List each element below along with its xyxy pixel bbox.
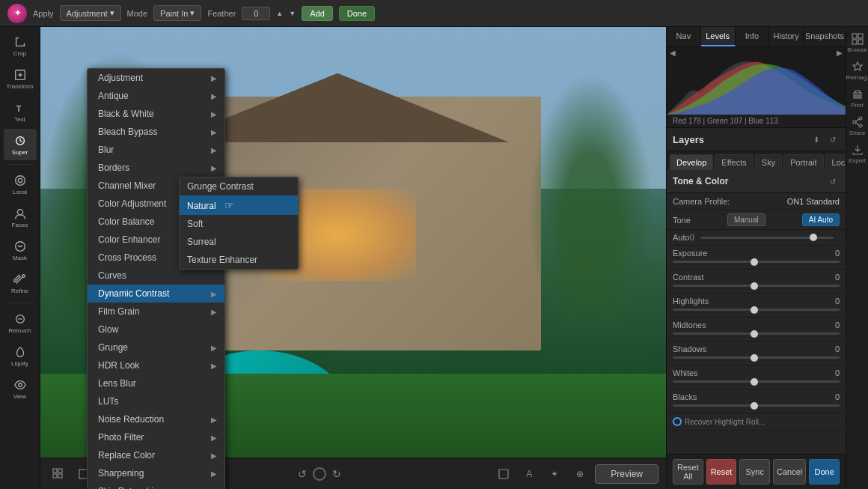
menu-item-lens-blur[interactable]: Lens Blur [88, 374, 224, 392]
bottom-mask-btn[interactable] [493, 464, 514, 485]
tool-text[interactable]: T Text [4, 96, 37, 127]
submenu-soft[interactable]: Soft [180, 215, 298, 233]
menu-item-film-grain[interactable]: Film Grain ▶ [88, 303, 224, 321]
menu-item-adjustment[interactable]: Adjustment ▶ [88, 69, 224, 87]
print-action-btn[interactable]: Print [848, 85, 867, 112]
shadows-slider[interactable] [673, 356, 840, 359]
tool-view[interactable]: View [4, 373, 37, 404]
histogram-left-arrow[interactable]: ◀ [670, 49, 676, 57]
tab-snapshots[interactable]: Snapshots [804, 27, 846, 46]
redo-icon[interactable]: ↻ [332, 468, 341, 480]
cancel-button[interactable]: Cancel [773, 459, 806, 485]
menu-item-grunge[interactable]: Grunge ▶ [88, 338, 224, 356]
reset-all-button[interactable]: Reset All [673, 459, 703, 485]
highlights-slider[interactable] [673, 309, 840, 311]
paint-in-dropdown[interactable]: Paint In ▾ [153, 5, 201, 21]
bottom-star-btn[interactable]: ✦ [544, 464, 565, 485]
tab-portrait[interactable]: Portrait [783, 154, 823, 170]
exposure-slider[interactable] [673, 261, 840, 263]
feather-stepper-up[interactable]: ▲ [276, 10, 283, 17]
auto-slider-thumb[interactable] [810, 234, 817, 241]
menu-item-blur[interactable]: Blur ▶ [88, 141, 224, 159]
tab-effects[interactable]: Effects [715, 154, 753, 170]
tab-nav[interactable]: Nav [667, 27, 701, 46]
chevron-down-icon: ▾ [110, 8, 114, 18]
tone-section-header[interactable]: Tone & Color ↺ [667, 170, 846, 193]
tab-local[interactable]: Local [825, 154, 846, 170]
whites-thumb[interactable] [751, 378, 758, 386]
tool-retouch[interactable]: Retouch [4, 307, 37, 338]
share-action-btn[interactable]: Share [848, 113, 867, 139]
tab-sky[interactable]: Sky [755, 154, 782, 170]
export-action-btn[interactable]: Export [848, 141, 867, 167]
menu-item-bleach-bypass[interactable]: Bleach Bypass ▶ [88, 123, 224, 141]
tool-crop[interactable]: Crop [4, 30, 37, 61]
menu-item-antique[interactable]: Antique ▶ [88, 87, 224, 105]
context-menu[interactable]: Adjustment ▶ Antique ▶ Black & White ▶ B… [87, 68, 225, 489]
midtones-thumb[interactable] [751, 330, 758, 338]
tone-reset-icon[interactable]: ↺ [826, 174, 840, 188]
whites-slider[interactable] [673, 380, 840, 383]
feather-stepper-down[interactable]: ▼ [289, 10, 296, 17]
menu-item-hdr-look[interactable]: HDR Look ▶ [88, 356, 224, 374]
menu-item-luts[interactable]: LUTs [88, 392, 224, 410]
menu-item-glow[interactable]: Glow [88, 321, 224, 338]
tab-develop[interactable]: Develop [670, 154, 713, 170]
canvas-center-dot[interactable] [313, 467, 326, 481]
browse-action-btn[interactable]: Browse [848, 30, 867, 56]
feather-input[interactable] [242, 7, 270, 20]
manual-button[interactable]: Manual [727, 213, 765, 226]
menu-item-replace-color[interactable]: Replace Color ▶ [88, 446, 224, 464]
histogram-right-arrow[interactable]: ▶ [837, 49, 843, 57]
tab-info[interactable]: Info [736, 27, 770, 46]
add-button[interactable]: Add [302, 6, 333, 21]
done-final-button[interactable]: Done [809, 459, 840, 485]
menu-item-noise-reduction[interactable]: Noise Reduction ▶ [88, 410, 224, 428]
tool-refine[interactable]: Refine [4, 267, 37, 299]
highlights-thumb[interactable] [751, 306, 758, 314]
ai-auto-button[interactable]: AI Auto [802, 213, 840, 226]
tool-local[interactable]: Local [4, 168, 37, 200]
shadows-thumb[interactable] [751, 354, 758, 362]
tab-levels[interactable]: Levels [701, 27, 736, 46]
adjustment-dropdown[interactable]: Adjustment ▾ [60, 5, 121, 21]
midtones-slider[interactable] [673, 332, 840, 335]
exposure-thumb[interactable] [751, 258, 758, 266]
menu-item-skin-retouching[interactable]: Skin Retouching ▶ [88, 482, 224, 489]
layers-download-icon[interactable]: ⬇ [810, 133, 823, 146]
tool-transform[interactable]: Transform [4, 63, 37, 94]
arrow-icon: ▶ [211, 92, 217, 100]
bottom-grid-btn[interactable] [48, 464, 69, 485]
dynamic-contrast-submenu[interactable]: Grunge Contrast Natural ☞ Soft Surreal T… [179, 177, 299, 270]
bottom-text-btn[interactable]: A [519, 464, 540, 485]
contrast-slider[interactable] [673, 285, 840, 287]
submenu-natural[interactable]: Natural ☞ [180, 195, 298, 215]
tool-mask[interactable]: Mask [4, 234, 37, 266]
menu-item-black-white[interactable]: Black & White ▶ [88, 105, 224, 123]
preview-button[interactable]: Preview [595, 464, 658, 484]
blacks-slider[interactable] [673, 404, 840, 407]
bottom-brush-btn[interactable]: ⊕ [569, 464, 590, 485]
blacks-thumb[interactable] [751, 402, 758, 410]
submenu-texture-enhancer[interactable]: Texture Enhancer [180, 251, 298, 269]
done-button[interactable]: Done [339, 6, 375, 21]
menu-item-borders[interactable]: Borders ▶ [88, 159, 224, 177]
submenu-grunge-contrast[interactable]: Grunge Contrast [180, 177, 298, 195]
menu-item-dynamic-contrast[interactable]: Dynamic Contrast ▶ [88, 285, 224, 303]
reset-button[interactable]: Reset [706, 459, 737, 485]
undo-icon[interactable]: ↺ [298, 468, 307, 480]
menu-item-sharpening[interactable]: Sharpening ▶ [88, 464, 224, 482]
tool-super[interactable]: Super [4, 129, 37, 160]
reimagine-action-btn[interactable]: Reimag. [848, 58, 867, 84]
auto-slider[interactable] [700, 237, 834, 239]
layers-refresh-icon[interactable]: ↺ [826, 133, 840, 146]
recover-highlight-toggle[interactable] [673, 417, 682, 426]
submenu-surreal[interactable]: Surreal [180, 233, 298, 251]
tool-faces[interactable]: Faces [4, 201, 37, 233]
menu-item-photo-filter[interactable]: Photo Filter ▶ [88, 428, 224, 446]
contrast-thumb[interactable] [751, 282, 758, 290]
sync-button[interactable]: Sync [739, 459, 770, 485]
canvas-area[interactable]: Adjustment ▶ Antique ▶ Black & White ▶ B… [40, 27, 666, 489]
tool-liquify[interactable]: Liquify [4, 340, 37, 371]
tab-history[interactable]: History [769, 27, 804, 46]
